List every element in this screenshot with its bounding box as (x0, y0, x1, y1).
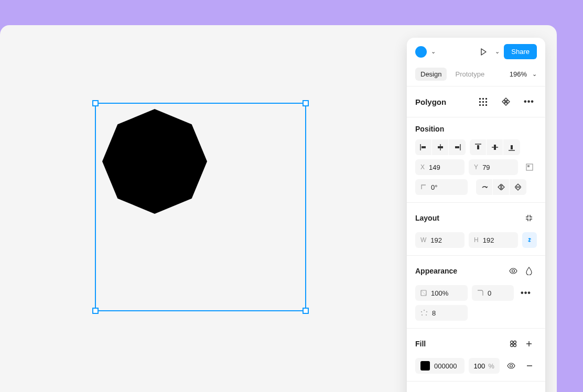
visibility-icon[interactable] (505, 263, 521, 279)
x-field[interactable]: X149 (415, 159, 465, 175)
layout-section: Layout W192 H192 (407, 202, 545, 255)
h-label: H (474, 236, 479, 244)
align-horizontal-group (415, 139, 466, 155)
svg-rect-7 (479, 104, 481, 106)
section-title-layout: Layout (415, 214, 439, 222)
page-color-swatch[interactable] (415, 46, 427, 58)
svg-rect-9 (485, 104, 487, 106)
h-value: 192 (483, 236, 494, 244)
flip-horizontal-icon[interactable] (493, 179, 510, 195)
abs-position-icon[interactable] (522, 159, 537, 175)
more-icon[interactable]: ••• (518, 285, 534, 301)
align-left-icon[interactable] (415, 139, 432, 155)
sides-field[interactable]: 8 (415, 305, 468, 321)
add-stroke-icon[interactable] (521, 389, 537, 392)
fill-hex: 000000 (434, 362, 457, 370)
chevron-down-icon[interactable]: ⌄ (495, 48, 500, 55)
variant-icon[interactable] (498, 94, 514, 110)
component-grid-icon[interactable] (475, 94, 491, 110)
align-center-v-icon[interactable] (487, 139, 503, 155)
share-button[interactable]: Share (504, 44, 537, 59)
svg-rect-3 (485, 98, 487, 100)
svg-point-30 (422, 314, 423, 315)
constrain-icon[interactable] (522, 232, 537, 248)
remove-fill-icon[interactable] (522, 358, 537, 374)
rotation-value: 0° (431, 183, 437, 191)
svg-point-27 (424, 310, 425, 311)
layer-name: Polygon (415, 97, 446, 106)
chevron-down-icon[interactable]: ⌄ (431, 48, 436, 55)
svg-point-33 (514, 341, 516, 344)
svg-rect-15 (455, 146, 459, 148)
add-fill-icon[interactable] (521, 336, 537, 352)
fill-swatch[interactable] (420, 361, 430, 371)
position-section: Position X149 Y79 (407, 117, 545, 202)
app-window: ⌄ ⌄ Share Design Prototype 196% ⌄ Polygo… (0, 25, 557, 392)
align-vertical-group (470, 139, 520, 155)
chevron-down-icon[interactable]: ⌄ (532, 71, 537, 78)
fill-pct-value: 100 (474, 362, 485, 370)
fill-pct-unit: % (488, 362, 494, 370)
flip-vertical-icon[interactable] (510, 179, 526, 195)
fill-opacity-field[interactable]: 100 % (469, 358, 500, 374)
svg-point-29 (426, 314, 427, 315)
align-center-h-icon[interactable] (432, 139, 449, 155)
layer-header: Polygon ••• (407, 86, 545, 117)
svg-rect-5 (482, 101, 484, 103)
svg-point-28 (426, 311, 427, 312)
radius-value: 0 (488, 289, 491, 297)
play-button[interactable] (476, 45, 491, 59)
collapse-icon[interactable] (521, 210, 537, 226)
x-value: 149 (429, 164, 440, 171)
radius-field[interactable]: 0 (472, 285, 514, 301)
svg-rect-21 (511, 145, 513, 149)
selection-box[interactable] (95, 103, 306, 311)
height-field[interactable]: H192 (469, 232, 518, 248)
visibility-icon[interactable] (504, 358, 519, 374)
svg-rect-2 (482, 98, 484, 100)
svg-point-25 (512, 270, 515, 273)
panel-tabs: Design Prototype 196% ⌄ (407, 66, 545, 86)
svg-point-31 (421, 311, 422, 312)
opacity-field[interactable]: 100% (415, 285, 468, 301)
svg-rect-23 (527, 165, 530, 167)
align-top-icon[interactable] (470, 139, 487, 155)
sides-value: 8 (432, 309, 436, 317)
fill-section: Fill 000000 100 % (407, 328, 545, 381)
svg-rect-1 (479, 98, 481, 100)
align-bottom-icon[interactable] (503, 139, 520, 155)
section-title-appearance: Appearance (415, 267, 457, 275)
resize-handle-se[interactable] (303, 308, 309, 314)
svg-rect-11 (422, 146, 426, 148)
svg-rect-13 (438, 146, 443, 148)
svg-rect-6 (485, 101, 487, 103)
section-title-position: Position (415, 125, 444, 133)
more-icon[interactable]: ••• (521, 94, 537, 110)
resize-handle-ne[interactable] (303, 100, 309, 106)
align-right-icon[interactable] (449, 139, 466, 155)
svg-rect-17 (477, 145, 479, 149)
panel-header: ⌄ ⌄ Share (407, 38, 545, 66)
resize-handle-nw[interactable] (92, 100, 99, 106)
blend-icon[interactable] (521, 263, 537, 279)
opacity-value: 100% (431, 289, 448, 297)
fill-color-field[interactable]: 000000 (415, 358, 465, 374)
y-field[interactable]: Y79 (469, 159, 518, 175)
svg-rect-8 (482, 104, 484, 106)
resize-handle-sw[interactable] (92, 308, 99, 314)
svg-rect-4 (479, 101, 481, 103)
transform-group (476, 179, 526, 195)
width-field[interactable]: W192 (415, 232, 465, 248)
y-value: 79 (482, 164, 490, 171)
svg-point-38 (510, 365, 512, 367)
rotation-field[interactable]: 0° (415, 179, 468, 195)
section-title-fill: Fill (415, 340, 426, 348)
zoom-level[interactable]: 196% (510, 70, 529, 78)
w-label: W (420, 236, 426, 244)
x-label: X (420, 164, 425, 171)
properties-panel: ⌄ ⌄ Share Design Prototype 196% ⌄ Polygo… (407, 38, 545, 392)
styles-icon[interactable] (505, 336, 521, 352)
tab-design[interactable]: Design (415, 68, 447, 81)
tab-prototype[interactable]: Prototype (450, 68, 490, 81)
flip-90-icon[interactable] (476, 179, 493, 195)
